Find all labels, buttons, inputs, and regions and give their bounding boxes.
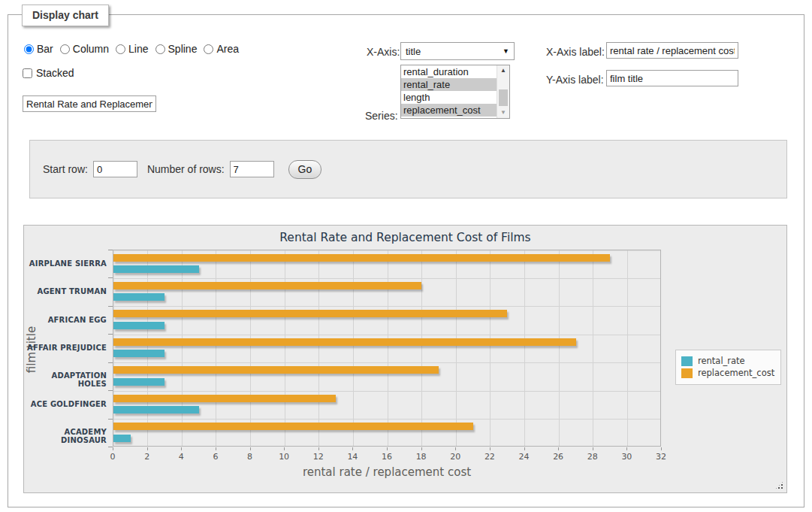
- chart-type-radio-line[interactable]: [116, 44, 125, 54]
- gridline: [113, 419, 660, 420]
- gridline: [559, 250, 560, 446]
- num-rows-input[interactable]: [230, 161, 274, 177]
- legend-swatch-icon: [681, 356, 693, 366]
- series-options: rental_durationrental_ratelengthreplacem…: [401, 65, 497, 117]
- chart-title-input[interactable]: [23, 95, 156, 112]
- chart-type-radio-column[interactable]: [60, 44, 70, 54]
- x-tick: [318, 447, 319, 450]
- bar-replacement_cost: [113, 338, 576, 346]
- x-tick: [626, 447, 627, 450]
- category-label: ACE GOLDFINGER: [24, 400, 107, 408]
- stacked-checkbox[interactable]: [23, 68, 32, 78]
- gridline: [490, 250, 491, 446]
- gridline: [182, 250, 183, 446]
- chart-type-option-bar[interactable]: Bar: [24, 43, 53, 55]
- listbox-scrollbar[interactable]: ▲ ▼: [497, 65, 509, 118]
- x-tick: [216, 447, 216, 450]
- resize-grip-icon[interactable]: [774, 480, 784, 490]
- gridline: [216, 250, 216, 446]
- category-label: AGENT TRUMAN: [24, 287, 107, 295]
- scroll-down-icon[interactable]: ▼: [497, 108, 509, 118]
- gridline: [147, 250, 148, 446]
- x-tick: [593, 447, 593, 450]
- x-tick: [250, 447, 251, 450]
- gridline: [388, 250, 388, 446]
- num-rows-label: Number of rows:: [147, 163, 225, 175]
- x-axis-label-input[interactable]: [606, 42, 738, 59]
- legend-entry-rental_rate: rental_rate: [681, 356, 774, 366]
- chart-type-radio-area[interactable]: [204, 44, 213, 54]
- chart-container: Rental Rate and Replacement Cost of Film…: [23, 225, 787, 493]
- bar-rental_rate: [113, 350, 165, 357]
- bar-rental_rate: [113, 435, 131, 442]
- go-button[interactable]: Go: [288, 160, 322, 179]
- x-tick: [524, 447, 525, 450]
- x-tick: [661, 447, 662, 450]
- category-label: ACADEMY DINOSAUR: [24, 428, 107, 444]
- start-row-input[interactable]: [93, 161, 137, 177]
- gridline: [113, 306, 660, 307]
- series-option-rental_rate[interactable]: rental_rate: [401, 78, 497, 91]
- gridline: [113, 391, 660, 392]
- series-option-rental_duration[interactable]: rental_duration: [401, 65, 497, 78]
- series-option-length[interactable]: length: [401, 91, 497, 104]
- gridline: [285, 250, 285, 446]
- gridline: [353, 250, 354, 446]
- x-tick-label: 26: [545, 452, 572, 462]
- gridline: [113, 362, 660, 363]
- x-tick: [147, 447, 148, 450]
- y-axis-label-input[interactable]: [606, 70, 738, 86]
- x-tick: [455, 447, 456, 450]
- x-tick-label: 24: [511, 452, 538, 462]
- scroll-up-icon[interactable]: ▲: [497, 65, 509, 76]
- chart-type-radio-bar[interactable]: [24, 44, 34, 54]
- x-tick-label: 18: [408, 452, 435, 462]
- x-tick-label: 20: [442, 452, 469, 462]
- gridline: [421, 250, 422, 446]
- category-label: AIRPLANE SIERRA: [24, 259, 107, 268]
- chart-type-option-column[interactable]: Column: [60, 43, 109, 55]
- chart-type-option-line[interactable]: Line: [116, 43, 148, 55]
- chart-type-option-area[interactable]: Area: [204, 43, 239, 55]
- bar-replacement_cost: [113, 423, 473, 430]
- display-chart-fieldset: Display chart BarColumnLineSplineArea St…: [8, 14, 804, 507]
- gridline: [456, 250, 457, 446]
- y-axis-label-label: Y-Axis label:: [546, 74, 604, 86]
- x-axis-select-label: X-Axis:: [367, 46, 400, 58]
- legend-entry-replacement_cost: replacement_cost: [681, 368, 774, 378]
- x-tick: [181, 447, 182, 450]
- chart-title: Rental Rate and Replacement Cost of Film…: [24, 231, 786, 244]
- x-tick-label: 32: [647, 452, 675, 462]
- gridline: [113, 278, 660, 279]
- stacked-label: Stacked: [36, 67, 74, 79]
- x-axis-label-label: X-Axis label:: [546, 46, 605, 58]
- start-row-label: Start row:: [43, 163, 88, 175]
- legend-swatch-icon: [681, 368, 693, 378]
- series-option-replacement_cost[interactable]: replacement_cost: [401, 104, 497, 117]
- bar-replacement_cost: [113, 254, 610, 262]
- x-tick: [113, 447, 113, 450]
- chart-type-radio-spline[interactable]: [155, 44, 165, 54]
- x-tick: [558, 447, 559, 450]
- bar-rental_rate: [113, 406, 199, 414]
- chart-type-option-spline[interactable]: Spline: [155, 43, 198, 55]
- x-tick-label: 12: [305, 452, 332, 462]
- series-listbox[interactable]: rental_durationrental_ratelengthreplacem…: [400, 65, 510, 119]
- x-tick: [387, 447, 388, 450]
- x-tick-label: 28: [579, 452, 606, 462]
- gridline: [593, 250, 593, 446]
- bar-replacement_cost: [113, 395, 336, 402]
- x-tick: [490, 447, 491, 450]
- gridline: [524, 250, 525, 446]
- x-tick: [421, 447, 422, 450]
- x-tick-label: 2: [134, 452, 161, 462]
- bar-rental_rate: [113, 322, 165, 329]
- chart-legend: rental_ratereplacement_cost: [675, 350, 781, 385]
- scrollbar-thumb[interactable]: [499, 89, 508, 106]
- x-axis-select[interactable]: title ▼: [400, 42, 515, 60]
- stacked-checkbox-row: Stacked: [23, 67, 74, 79]
- gridline: [250, 250, 251, 446]
- x-tick-label: 30: [613, 452, 640, 462]
- bar-rental_rate: [113, 265, 199, 273]
- fieldset-legend: Display chart: [22, 5, 109, 26]
